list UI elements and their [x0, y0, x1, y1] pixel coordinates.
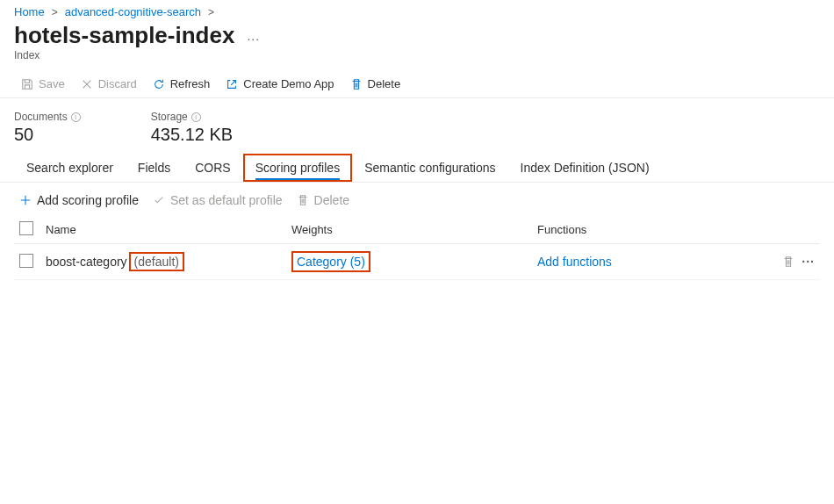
info-icon[interactable]: i — [71, 112, 81, 122]
tab-scoring-profiles[interactable]: Scoring profiles — [243, 154, 353, 182]
documents-label: Documents — [14, 111, 68, 123]
page-title: hotels-sample-index — [14, 22, 234, 49]
add-scoring-label: Add scoring profile — [37, 193, 139, 207]
chevron-right-icon: > — [52, 6, 58, 18]
breadcrumb-home[interactable]: Home — [14, 5, 45, 18]
documents-stat: Documents i 50 — [14, 111, 81, 145]
weight-link[interactable]: Category (5) — [291, 251, 370, 272]
add-scoring-profile-button[interactable]: Add scoring profile — [14, 191, 144, 209]
storage-label: Storage — [151, 111, 188, 123]
tab-semantic-configurations[interactable]: Semantic configurations — [352, 154, 507, 182]
stats-panel: Documents i 50 Storage i 435.12 KB — [0, 98, 834, 154]
table-row: boost-category (default) Category (5) Ad… — [14, 244, 820, 280]
delete-icon[interactable] — [782, 256, 794, 268]
save-icon — [21, 78, 33, 90]
tab-index-definition[interactable]: Index Definition (JSON) — [508, 154, 662, 182]
breadcrumb: Home > advanced-cognitive-search > — [0, 0, 834, 20]
cell-weights: Category (5) — [291, 251, 537, 272]
add-functions-link[interactable]: Add functions — [537, 255, 612, 269]
select-all-checkbox[interactable] — [19, 221, 33, 235]
chevron-right-icon: > — [208, 6, 214, 18]
more-actions-icon[interactable]: ··· — [247, 32, 260, 46]
save-label: Save — [39, 77, 65, 90]
scoring-toolbar: Add scoring profile Set as default profi… — [0, 183, 834, 216]
delete-button[interactable]: Delete — [343, 74, 408, 94]
refresh-button[interactable]: Refresh — [146, 74, 218, 94]
sub-delete-button[interactable]: Delete — [291, 191, 355, 209]
more-icon[interactable]: ··· — [802, 255, 815, 269]
close-icon — [81, 78, 93, 90]
save-button[interactable]: Save — [14, 74, 72, 94]
cell-functions: Add functions — [537, 255, 759, 269]
discard-button[interactable]: Discard — [74, 74, 144, 94]
refresh-label: Refresh — [170, 77, 211, 90]
check-icon — [153, 194, 165, 206]
discard-label: Discard — [98, 77, 137, 90]
external-link-icon — [226, 78, 238, 90]
tab-search-explorer[interactable]: Search explorer — [14, 154, 126, 182]
tabs: Search explorer Fields CORS Scoring prof… — [0, 154, 834, 183]
table-header: Name Weights Functions — [14, 216, 820, 244]
tab-fields[interactable]: Fields — [126, 154, 183, 182]
set-default-profile-button[interactable]: Set as default profile — [147, 191, 288, 209]
profile-name: boost-category — [46, 255, 127, 269]
row-actions: ··· — [759, 255, 820, 269]
default-badge: (default) — [129, 252, 184, 271]
row-checkbox[interactable] — [19, 254, 33, 268]
delete-label: Delete — [368, 77, 401, 90]
plus-icon — [19, 194, 32, 206]
sub-delete-label: Delete — [314, 193, 349, 207]
documents-value: 50 — [14, 125, 81, 145]
create-demo-button[interactable]: Create Demo App — [219, 74, 341, 94]
create-demo-label: Create Demo App — [243, 77, 334, 90]
cell-name: boost-category (default) — [46, 252, 291, 271]
scoring-profiles-table: Name Weights Functions boost-category (d… — [0, 216, 834, 280]
storage-value: 435.12 KB — [151, 125, 233, 145]
th-name: Name — [46, 223, 291, 236]
th-functions: Functions — [537, 223, 759, 236]
breadcrumb-service[interactable]: advanced-cognitive-search — [65, 5, 201, 18]
delete-icon — [350, 78, 363, 90]
th-weights: Weights — [291, 223, 537, 236]
refresh-icon — [153, 78, 165, 90]
command-bar: Save Discard Refresh Create Demo App Del… — [0, 70, 834, 98]
set-default-label: Set as default profile — [170, 193, 283, 207]
storage-stat: Storage i 435.12 KB — [151, 111, 233, 145]
delete-icon — [297, 194, 309, 206]
info-icon[interactable]: i — [191, 112, 201, 122]
title-row: hotels-sample-index ··· — [0, 20, 834, 49]
page-subtitle: Index — [0, 49, 834, 70]
tab-cors[interactable]: CORS — [183, 154, 242, 182]
